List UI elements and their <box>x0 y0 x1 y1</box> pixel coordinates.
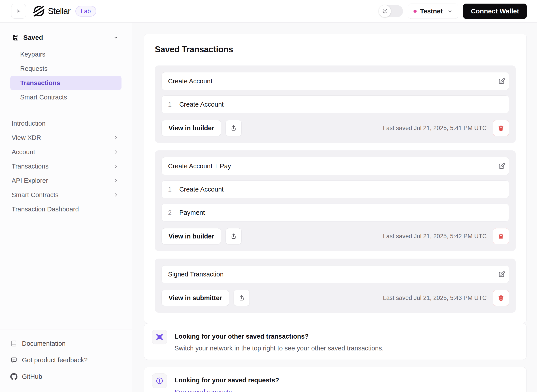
transaction-name-input[interactable] <box>162 157 494 175</box>
chevron-right-icon <box>113 163 119 169</box>
operation-label: Payment <box>179 209 205 216</box>
chevron-down-icon <box>113 35 119 40</box>
info-box-text: Switch your network in the top right to … <box>175 345 384 352</box>
saved-submenu-item-label: Keypairs <box>20 51 45 58</box>
operation-label: Create Account <box>179 101 223 108</box>
view-button[interactable]: View in builder <box>162 120 221 136</box>
stellar-lab-app: Stellar Lab Testnet Connect Wallet <box>0 0 537 392</box>
operation-index: 1 <box>168 101 172 108</box>
sidebar-nav-item[interactable]: Account <box>10 145 122 159</box>
operation-row: 2 Payment <box>162 204 509 221</box>
page-title: Saved Transactions <box>155 45 516 54</box>
sidebar-footer-item[interactable]: Documentation <box>10 336 122 351</box>
sidebar-nav-item-label: Account <box>12 148 35 156</box>
lab-badge: Lab <box>75 6 96 17</box>
sidebar-footer-item-label: Got product feedback? <box>22 356 87 364</box>
info-box-title: Looking for your other saved transaction… <box>175 330 384 340</box>
collapse-sidebar-button[interactable] <box>11 4 26 19</box>
share-icon <box>238 294 245 301</box>
sidebar-nav-item[interactable]: View XDR <box>10 131 122 145</box>
sun-icon <box>382 8 388 14</box>
saved-submenu-item[interactable]: Smart Contracts <box>10 90 122 104</box>
transactions-list: 1 Create Account View in builder Last sa… <box>155 65 516 313</box>
sidebar-nav-item[interactable]: Transaction Dashboard <box>10 202 122 216</box>
sidebar: Saved Keypairs Requests Transactions Sma… <box>0 23 132 392</box>
network-select[interactable]: Testnet <box>408 4 458 19</box>
sidebar-nav-item[interactable]: Transactions <box>10 159 122 173</box>
saved-transaction-card: 1 Create Account View in builder Last sa… <box>155 65 516 143</box>
info-box-icon-wrap <box>152 373 167 388</box>
info-box-list: Looking for your other saved transaction… <box>144 323 527 392</box>
network-icon <box>156 333 164 341</box>
view-button[interactable]: View in submitter <box>162 290 229 306</box>
sidebar-group-saved[interactable]: Saved <box>10 32 122 44</box>
edit-name-button[interactable] <box>494 72 509 90</box>
sidebar-divider <box>11 111 121 111</box>
trash-icon <box>498 233 504 240</box>
delete-button[interactable] <box>493 228 509 244</box>
share-button[interactable] <box>234 290 250 306</box>
sidebar-footer-item[interactable]: GitHub <box>10 369 122 384</box>
chevron-right-icon <box>113 135 119 140</box>
sidebar-group-label: Saved <box>23 34 43 41</box>
transaction-name-group <box>162 72 509 90</box>
sidebar-nav-item-label: Transaction Dashboard <box>12 205 79 213</box>
delete-button[interactable] <box>493 290 509 306</box>
chevron-right-icon <box>113 178 119 183</box>
operations-list: 1 Create Account 2 Payment <box>162 180 509 221</box>
see-saved-requests-link[interactable]: See saved requests <box>175 388 232 392</box>
header-actions: Testnet Connect Wallet <box>379 4 527 19</box>
info-icon <box>156 377 164 385</box>
sidebar-nav-item[interactable]: Smart Contracts <box>10 188 122 202</box>
sidebar-nav-item-label: View XDR <box>12 134 41 141</box>
sidebar-nav-item[interactable]: Introduction <box>10 116 122 131</box>
chevron-down-icon <box>447 9 453 14</box>
operation-label: Create Account <box>179 186 223 193</box>
edit-name-button[interactable] <box>494 157 509 175</box>
saved-submenu-item[interactable]: Requests <box>10 61 122 76</box>
transaction-name-input[interactable] <box>162 266 494 283</box>
chevron-right-icon <box>113 192 119 198</box>
sidebar-footer-item[interactable]: Got product feedback? <box>10 353 122 367</box>
view-button[interactable]: View in builder <box>162 228 221 244</box>
share-button[interactable] <box>226 120 242 136</box>
last-saved-text: Last saved Jul 21, 2025, 5:42 PM UTC <box>383 233 487 240</box>
edit-name-button[interactable] <box>494 266 509 283</box>
share-icon <box>230 125 237 131</box>
saved-submenu-item-label: Smart Contracts <box>20 94 67 101</box>
sidebar-nav-item-label: API Explorer <box>12 177 48 184</box>
delete-button[interactable] <box>493 120 509 136</box>
chevron-right-icon <box>113 149 119 155</box>
info-box-title: Looking for your saved requests? <box>175 373 279 384</box>
theme-toggle[interactable] <box>379 5 403 17</box>
saved-transactions-card: Saved Transactions 1 Create Account View… <box>144 34 527 323</box>
connect-wallet-button[interactable]: Connect Wallet <box>463 4 527 19</box>
main-content: Saved Transactions 1 Create Account View… <box>132 23 537 392</box>
operation-index: 1 <box>168 186 172 193</box>
sidebar-nav-item[interactable]: API Explorer <box>10 173 122 188</box>
network-label: Testnet <box>420 8 442 15</box>
top-bar: Stellar Lab Testnet Connect Wallet <box>0 0 537 23</box>
share-button[interactable] <box>226 228 242 244</box>
operation-index: 2 <box>168 209 172 216</box>
transaction-actions: View in builder Last saved Jul 21, 2025,… <box>162 120 509 136</box>
operation-row: 1 Create Account <box>162 180 509 198</box>
feedback-icon <box>10 356 17 364</box>
info-box: Looking for your saved requests? See sav… <box>144 367 527 392</box>
github-icon <box>10 373 17 380</box>
saved-submenu-item[interactable]: Transactions <box>10 76 122 90</box>
collapse-sidebar-icon <box>15 8 22 14</box>
sidebar-nav-item-label: Introduction <box>12 120 46 127</box>
network-status-dot <box>413 9 417 13</box>
saved-submenu-item-label: Transactions <box>20 79 60 87</box>
transaction-name-group <box>162 157 509 175</box>
sidebar-footer-item-label: Documentation <box>22 340 66 347</box>
operations-list: 1 Create Account <box>162 95 509 113</box>
sidebar-nav: Introduction View XDR Account Transactio… <box>10 116 122 216</box>
trash-icon <box>498 294 504 301</box>
sidebar-nav-item-label: Transactions <box>12 163 48 170</box>
saved-transaction-card: 1 Create Account 2 Payment View in build… <box>155 150 516 251</box>
saved-submenu-item[interactable]: Keypairs <box>10 47 122 61</box>
transaction-name-input[interactable] <box>162 72 494 90</box>
info-box-icon-wrap <box>152 330 167 344</box>
